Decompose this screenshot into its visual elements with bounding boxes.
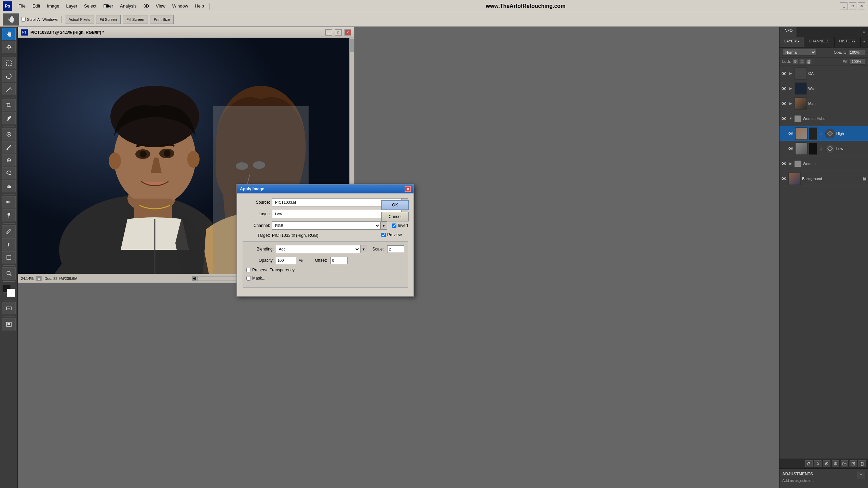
tool-gradient[interactable] bbox=[2, 196, 16, 208]
dialog-close-btn[interactable]: ✕ bbox=[405, 186, 411, 192]
delete-layer-icon-btn[interactable] bbox=[858, 460, 866, 467]
layer-visibility-high[interactable] bbox=[788, 131, 794, 137]
win-close[interactable]: ✕ bbox=[858, 2, 865, 10]
preview-checkbox[interactable] bbox=[381, 233, 386, 237]
tool-brush[interactable] bbox=[2, 141, 16, 153]
fx-icon-btn[interactable]: fx bbox=[814, 460, 822, 467]
layer-arrow-man[interactable]: ▶ bbox=[788, 101, 793, 106]
tool-shape[interactable] bbox=[2, 251, 16, 263]
layer-visibility-wall[interactable] bbox=[781, 85, 787, 92]
menu-3d[interactable]: 3D bbox=[140, 2, 152, 10]
tab-channels[interactable]: CHANNELS bbox=[804, 37, 835, 47]
scrollbar-thumb-v[interactable] bbox=[350, 39, 354, 52]
tab-layers[interactable]: LAYERS bbox=[779, 37, 804, 47]
tool-eraser[interactable] bbox=[2, 180, 16, 192]
tool-lasso[interactable] bbox=[2, 70, 16, 82]
print-size-btn[interactable]: Print Size bbox=[150, 15, 174, 24]
channel-select[interactable]: RGB bbox=[272, 221, 380, 230]
layer-arrow-woman[interactable]: ▶ bbox=[788, 161, 793, 166]
doc-close[interactable]: ✕ bbox=[344, 29, 351, 36]
tool-clone[interactable] bbox=[2, 154, 16, 166]
menu-layer[interactable]: Layer bbox=[64, 2, 80, 10]
menu-file[interactable]: File bbox=[16, 2, 28, 10]
opacity-value[interactable]: 100% bbox=[848, 49, 865, 55]
offset-input[interactable]: 0 bbox=[330, 257, 348, 264]
fit-screen-btn[interactable]: Fit Screen bbox=[96, 15, 121, 24]
layer-visibility-womanhilo[interactable] bbox=[781, 116, 787, 122]
menu-help[interactable]: Help bbox=[192, 2, 207, 10]
tool-screen-mode[interactable] bbox=[2, 318, 16, 330]
ok-button[interactable]: OK bbox=[381, 200, 409, 210]
scale-input[interactable]: 2 bbox=[387, 245, 404, 253]
blending-select[interactable]: Add bbox=[276, 245, 360, 253]
tool-pen[interactable] bbox=[2, 225, 16, 238]
doc-minimize[interactable]: _ bbox=[325, 29, 332, 36]
lock-pixels-icon[interactable] bbox=[792, 59, 798, 64]
actual-pixels-btn[interactable]: Actual Pixels bbox=[65, 15, 94, 24]
layer-item[interactable]: ▶ Wall bbox=[779, 81, 868, 96]
menu-image[interactable]: Image bbox=[44, 2, 62, 10]
layer-arrow-wall[interactable]: ▶ bbox=[788, 86, 793, 91]
tool-marquee[interactable] bbox=[2, 57, 16, 69]
adj-menu-btn[interactable]: ≡ bbox=[857, 472, 865, 478]
tool-text[interactable]: T bbox=[2, 238, 16, 250]
layer-item-high[interactable]: ⬡ High bbox=[779, 126, 868, 141]
opacity-input[interactable]: 100 bbox=[276, 257, 296, 264]
tool-move[interactable] bbox=[2, 41, 16, 53]
tool-dodge[interactable] bbox=[2, 209, 16, 221]
layer-item[interactable]: ▶ OA bbox=[779, 66, 868, 81]
scroll-all-windows-checkbox[interactable] bbox=[21, 17, 26, 22]
doc-maximize[interactable]: □ bbox=[335, 29, 342, 36]
layer-item-background[interactable]: Background bbox=[779, 171, 868, 186]
scroll-left-btn[interactable]: ◀ bbox=[192, 276, 196, 281]
layer-arrow-oa[interactable]: ▶ bbox=[788, 71, 793, 76]
menu-view[interactable]: View bbox=[153, 2, 168, 10]
menu-edit[interactable]: Edit bbox=[30, 2, 43, 10]
color-swatch[interactable] bbox=[3, 285, 15, 297]
tool-hand[interactable] bbox=[2, 28, 16, 40]
layer-item-group-womanhilo[interactable]: ▼ Woman Hi/Lo bbox=[779, 111, 868, 126]
mask-icon-btn[interactable] bbox=[823, 460, 830, 467]
cancel-button[interactable]: Cancel bbox=[381, 212, 409, 221]
menu-analysis[interactable]: Analysis bbox=[117, 2, 139, 10]
background-color[interactable] bbox=[7, 289, 15, 297]
tool-eyedropper[interactable] bbox=[2, 112, 16, 124]
layer-visibility-woman[interactable] bbox=[781, 161, 787, 167]
layer-visibility-oa[interactable] bbox=[781, 70, 787, 77]
folder-icon-btn[interactable] bbox=[841, 460, 848, 467]
blending-arrow[interactable]: ▼ bbox=[360, 245, 367, 253]
layer-item-group-woman[interactable]: ▶ Woman bbox=[779, 156, 868, 171]
tool-crop[interactable] bbox=[2, 99, 16, 111]
layer-visibility-background[interactable] bbox=[781, 176, 787, 182]
win-maximize[interactable]: □ bbox=[849, 2, 856, 10]
layer-arrow-womanhilo[interactable]: ▼ bbox=[788, 116, 793, 121]
tab-info[interactable]: INFO bbox=[779, 27, 797, 37]
link-icon-btn[interactable] bbox=[805, 460, 813, 467]
tab-history[interactable]: HISTORY bbox=[835, 37, 861, 47]
tool-magic-wand[interactable] bbox=[2, 83, 16, 95]
layer-item-low[interactable]: ⬡ Low bbox=[779, 141, 868, 156]
tool-quickmask[interactable] bbox=[2, 302, 16, 314]
layer-item[interactable]: ▶ Man bbox=[779, 96, 868, 111]
layer-visibility-man[interactable] bbox=[781, 100, 787, 107]
scroll-all-windows-opt[interactable]: Scroll All Windows bbox=[21, 17, 58, 22]
menu-filter[interactable]: Filter bbox=[100, 2, 116, 10]
mask-checkbox[interactable] bbox=[246, 276, 251, 281]
tool-zoom[interactable] bbox=[2, 267, 16, 280]
layers-menu-btn[interactable]: ≡ bbox=[861, 37, 868, 47]
win-minimize[interactable]: _ bbox=[840, 2, 847, 10]
new-layer-icon-btn[interactable] bbox=[850, 460, 857, 467]
zoom-indicator[interactable] bbox=[36, 276, 42, 281]
fill-screen-btn[interactable]: Fill Screen bbox=[123, 15, 148, 24]
lock-move-icon[interactable] bbox=[799, 59, 805, 64]
preserve-transparency-checkbox[interactable] bbox=[246, 268, 251, 272]
panel-menu-btn[interactable]: ≡ bbox=[860, 27, 868, 37]
lock-all-icon[interactable] bbox=[806, 59, 812, 64]
menu-select[interactable]: Select bbox=[81, 2, 99, 10]
tool-healing[interactable] bbox=[2, 128, 16, 140]
blend-mode-select[interactable]: Normal bbox=[782, 49, 816, 56]
tool-history-brush[interactable] bbox=[2, 167, 16, 179]
menu-window[interactable]: Window bbox=[169, 2, 191, 10]
layer-visibility-low[interactable] bbox=[788, 146, 794, 152]
fill-value[interactable]: 100% bbox=[850, 58, 865, 65]
